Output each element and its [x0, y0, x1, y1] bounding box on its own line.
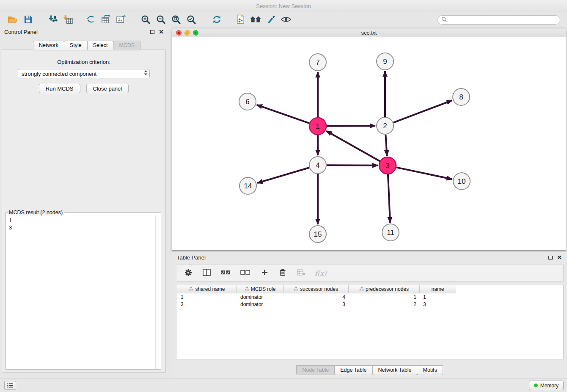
- column-header-name[interactable]: name: [420, 285, 456, 293]
- window-close-icon[interactable]: ✕: [176, 30, 182, 36]
- cell-name[interactable]: 3: [420, 301, 456, 307]
- graph-node[interactable]: 15: [309, 226, 326, 243]
- table-row[interactable]: 3 dominator 3 2 3: [177, 301, 563, 308]
- delete-column-button[interactable]: [278, 266, 288, 280]
- window-zoom-icon[interactable]: +: [193, 30, 198, 36]
- cell-predecessor-nodes[interactable]: 2: [349, 301, 420, 307]
- window-minimize-icon[interactable]: −: [184, 30, 190, 36]
- table-panel-title: Table Panel: [177, 254, 206, 261]
- memory-button[interactable]: Memory: [529, 381, 564, 390]
- float-table-panel-icon[interactable]: [548, 256, 553, 259]
- task-history-button[interactable]: [4, 381, 16, 390]
- open-session-button[interactable]: [5, 13, 20, 27]
- run-mcds-button[interactable]: Run MCDS: [39, 84, 80, 93]
- graph-edge[interactable]: [326, 131, 380, 161]
- column-header-predecessor-nodes[interactable]: predecessor nodes: [349, 285, 420, 293]
- deselect-all-columns-button[interactable]: [239, 266, 251, 280]
- control-panel: Control Panel ✕ Network Style Select MCD…: [0, 26, 168, 374]
- zoom-in-button[interactable]: [138, 13, 153, 27]
- graph-edge[interactable]: [257, 168, 309, 183]
- graph-node[interactable]: 2: [377, 117, 394, 134]
- table-panel: Table Panel ✕: [172, 252, 567, 377]
- import-network-button[interactable]: [45, 13, 60, 27]
- cell-shared-name[interactable]: 3: [177, 301, 237, 307]
- search-input[interactable]: [449, 17, 556, 23]
- zoom-selected-icon: [187, 15, 196, 25]
- graph-node[interactable]: 9: [377, 53, 394, 70]
- tab-style[interactable]: Style: [64, 41, 88, 50]
- column-header-successor-nodes[interactable]: successor nodes: [284, 285, 349, 293]
- import-table-button[interactable]: [60, 13, 75, 27]
- cell-predecessor-nodes[interactable]: 1: [349, 294, 420, 300]
- graph-node[interactable]: 8: [453, 88, 470, 105]
- graph-edge[interactable]: [327, 165, 378, 166]
- close-panel-icon[interactable]: ✕: [159, 29, 164, 35]
- table-panel-header: Table Panel ✕: [172, 252, 567, 263]
- graph-edge[interactable]: [388, 174, 390, 223]
- graph-node-selected[interactable]: 1: [309, 118, 326, 135]
- result-scrollbar[interactable]: [155, 215, 161, 369]
- sort-icon: [189, 286, 193, 292]
- show-graphics-button[interactable]: [278, 13, 294, 27]
- cell-shared-name[interactable]: 1: [177, 294, 237, 300]
- graph-node[interactable]: 7: [309, 54, 326, 71]
- zoom-selected-button[interactable]: [184, 13, 199, 27]
- close-table-panel-icon[interactable]: ✕: [557, 254, 562, 260]
- home-layout-button[interactable]: [248, 13, 263, 27]
- new-network-button[interactable]: [83, 13, 98, 27]
- graph-node-label: 1: [316, 122, 319, 130]
- tab-network-table[interactable]: Network Table: [372, 365, 418, 375]
- delete-table-button[interactable]: [296, 266, 307, 280]
- save-session-button[interactable]: [20, 13, 36, 27]
- zoom-fit-icon: [171, 15, 181, 25]
- column-header-shared-name[interactable]: shared name: [177, 285, 237, 293]
- apply-style-button[interactable]: [263, 13, 278, 27]
- mcds-result-text[interactable]: 1 3: [6, 215, 161, 232]
- criterion-select[interactable]: strongly connected component: [18, 69, 150, 78]
- graph-node[interactable]: 11: [382, 224, 399, 241]
- graph-edge[interactable]: [257, 105, 309, 123]
- network-canvas[interactable]: 7968124314101511: [172, 37, 566, 250]
- criterion-selected-value: strongly connected component: [22, 71, 144, 77]
- tab-mcds[interactable]: MCDS: [113, 41, 140, 50]
- close-panel-button[interactable]: Close panel: [86, 84, 129, 93]
- table-settings-button[interactable]: [183, 266, 193, 280]
- graph-edge[interactable]: [385, 135, 387, 156]
- graph-node-selected[interactable]: 3: [379, 157, 396, 174]
- copy-document-button[interactable]: [233, 13, 248, 27]
- show-columns-button[interactable]: [201, 266, 212, 280]
- cell-mcds-role[interactable]: dominator: [237, 301, 284, 307]
- network-window-titlebar[interactable]: ✕ − + scc.txt: [172, 28, 566, 37]
- tab-network[interactable]: Network: [33, 41, 64, 50]
- gear-icon: [184, 269, 192, 278]
- export-image-button[interactable]: [113, 13, 129, 27]
- graph-node[interactable]: 4: [309, 157, 326, 174]
- refresh-button[interactable]: [209, 13, 224, 27]
- tab-edge-table[interactable]: Edge Table: [334, 365, 372, 375]
- add-column-button[interactable]: [259, 266, 270, 280]
- zoom-out-button[interactable]: [153, 13, 168, 27]
- graph-edge[interactable]: [394, 100, 452, 122]
- zoom-fit-button[interactable]: [168, 13, 184, 27]
- graph-node[interactable]: 14: [239, 177, 256, 194]
- float-panel-icon[interactable]: [150, 30, 154, 34]
- select-all-columns-button[interactable]: [220, 266, 231, 280]
- table-row[interactable]: 1 dominator 4 1 1: [177, 293, 563, 301]
- function-builder-button[interactable]: f(x): [315, 269, 326, 277]
- column-header-mcds-role[interactable]: MCDS role: [237, 285, 284, 293]
- tab-node-table[interactable]: Node Table: [296, 365, 335, 375]
- tab-select[interactable]: Select: [87, 41, 114, 50]
- cell-successor-nodes[interactable]: 4: [284, 294, 349, 300]
- cell-mcds-role[interactable]: dominator: [237, 294, 284, 300]
- graph-node[interactable]: 10: [453, 173, 470, 190]
- cell-successor-nodes[interactable]: 3: [284, 301, 349, 307]
- control-panel-title: Control Panel: [4, 29, 38, 35]
- graph-edge[interactable]: [396, 167, 452, 179]
- graph-edge[interactable]: [327, 126, 375, 126]
- column-label: predecessor nodes: [366, 286, 409, 292]
- cell-name[interactable]: 1: [420, 294, 456, 300]
- graph-node[interactable]: 6: [239, 93, 256, 110]
- network-table-button[interactable]: [98, 13, 113, 27]
- tab-motifs[interactable]: Motifs: [417, 365, 443, 375]
- search-icon: [441, 16, 447, 24]
